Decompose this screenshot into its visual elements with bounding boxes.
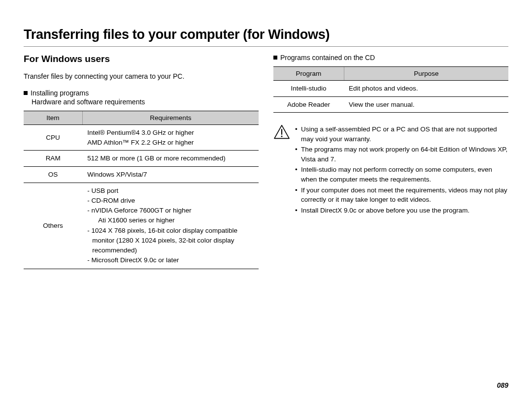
installing-programs-text: Installing programs bbox=[31, 89, 89, 97]
program-purpose: View the user manual. bbox=[344, 96, 508, 113]
table-row: RAM 512 MB or more (1 GB or more recomme… bbox=[24, 151, 259, 167]
two-column-layout: For Windows users Transfer files by conn… bbox=[24, 54, 508, 269]
req-item-label: OS bbox=[24, 166, 82, 183]
square-bullet-icon bbox=[24, 91, 28, 95]
table-row: CPU Intel® Pentium®4 3.0 GHz or higher A… bbox=[24, 125, 259, 151]
square-bullet-icon bbox=[273, 56, 277, 60]
warning-list: Using a self-assembled PC or a PC and OS… bbox=[295, 124, 508, 216]
list-item: - CD-ROM drive bbox=[87, 196, 254, 206]
table-row: Intelli-studio Edit photos and videos. bbox=[273, 81, 508, 97]
list-item: - USB port bbox=[87, 186, 254, 196]
req-item-value: Intel® Pentium®4 3.0 GHz or higher AMD A… bbox=[82, 125, 259, 151]
table-header-program: Program bbox=[273, 67, 344, 81]
table-header-purpose: Purpose bbox=[344, 67, 508, 81]
list-item: - nVIDIA Geforce 7600GT or higher bbox=[87, 206, 254, 216]
intro-text: Transfer files by connecting your camera… bbox=[24, 71, 259, 81]
req-item-label: Others bbox=[24, 183, 82, 269]
req-item-label: RAM bbox=[24, 151, 82, 167]
list-item: The programs may not work properly on 64… bbox=[295, 145, 508, 164]
manual-page: Transferring files to your computer (for… bbox=[0, 0, 532, 401]
req-item-value: 512 MB or more (1 GB or more recommended… bbox=[82, 151, 259, 167]
section-heading-windows-users: For Windows users bbox=[24, 54, 259, 64]
table-row: Adobe Reader View the user manual. bbox=[273, 96, 508, 113]
left-column: For Windows users Transfer files by conn… bbox=[24, 54, 259, 269]
list-item: Intelli-studio may not perform correctly… bbox=[295, 165, 508, 184]
requirements-label: Hardware and software requirements bbox=[32, 98, 259, 106]
programs-on-cd-label: Programs contained on the CD bbox=[273, 54, 508, 62]
table-header-requirements: Requirements bbox=[82, 111, 259, 125]
req-item-label: CPU bbox=[24, 125, 82, 151]
installing-programs-label: Installing programs bbox=[24, 89, 259, 97]
requirements-table: Item Requirements CPU Intel® Pentium®4 3… bbox=[24, 111, 259, 269]
list-item: - 1024 X 768 pixels, 16-bit color displa… bbox=[87, 226, 254, 256]
programs-on-cd-text: Programs contained on the CD bbox=[280, 54, 375, 62]
list-item: - Microsoft DirectX 9.0c or later bbox=[87, 255, 254, 265]
programs-table: Program Purpose Intelli-studio Edit phot… bbox=[273, 66, 508, 113]
page-number: 089 bbox=[497, 381, 508, 389]
req-item-value: Windows XP/Vista/7 bbox=[82, 166, 259, 183]
list-item-sub: Ati X1600 series or higher bbox=[87, 216, 254, 225]
list-item: If your computer does not meet the requi… bbox=[295, 185, 508, 205]
program-name: Intelli-studio bbox=[273, 81, 344, 97]
list-item: Using a self-assembled PC or a PC and OS… bbox=[295, 124, 508, 144]
table-row: OS Windows XP/Vista/7 bbox=[24, 166, 259, 183]
req-item-value: - USB port - CD-ROM drive - nVIDIA Gefor… bbox=[82, 183, 259, 269]
title-divider bbox=[24, 46, 508, 47]
svg-point-2 bbox=[281, 136, 283, 137]
program-purpose: Edit photos and videos. bbox=[344, 81, 508, 97]
warning-block: Using a self-assembled PC or a PC and OS… bbox=[273, 124, 508, 216]
others-list: - USB port - CD-ROM drive - nVIDIA Gefor… bbox=[87, 186, 254, 266]
program-name: Adobe Reader bbox=[273, 96, 344, 113]
list-item: Install DirectX 9.0c or above before you… bbox=[295, 206, 508, 216]
warning-icon bbox=[273, 124, 290, 139]
page-title: Transferring files to your computer (for… bbox=[24, 27, 508, 42]
right-column: Programs contained on the CD Program Pur… bbox=[273, 54, 508, 269]
table-row: Others - USB port - CD-ROM drive - nVIDI… bbox=[24, 183, 259, 269]
table-header-item: Item bbox=[24, 111, 82, 125]
